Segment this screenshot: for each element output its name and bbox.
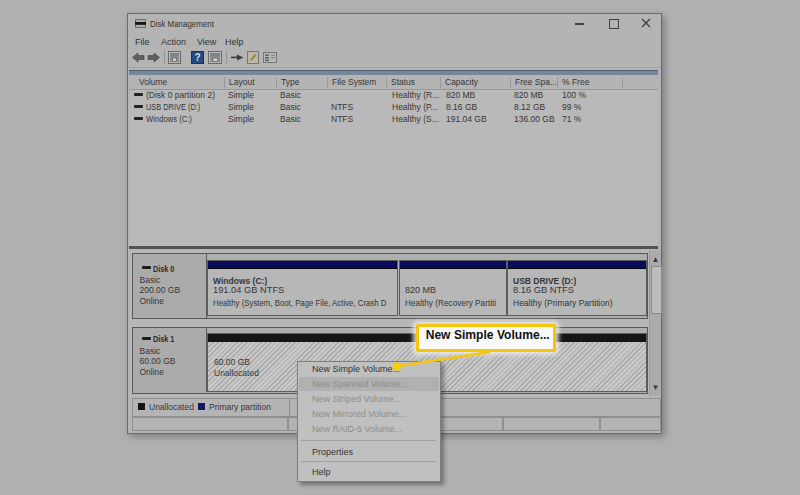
svg-text:?: ? <box>194 52 200 63</box>
